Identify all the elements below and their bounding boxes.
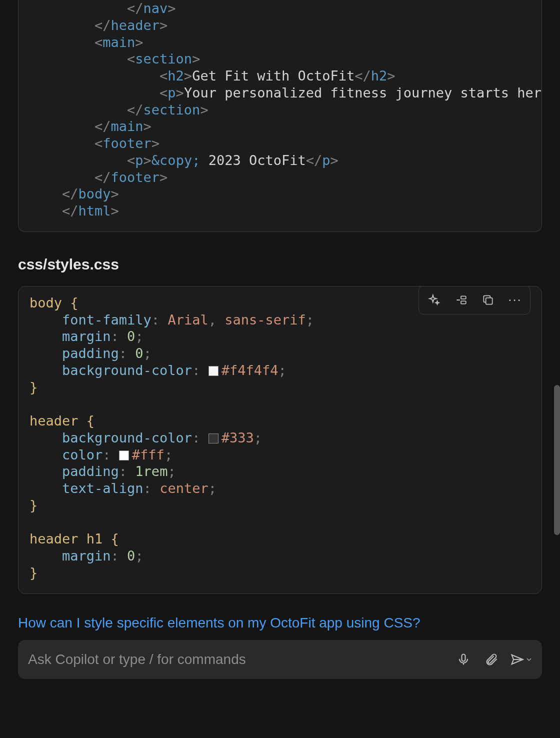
- code-css-pre: body { font-family: Arial, sans-serif; m…: [18, 286, 542, 594]
- mic-icon[interactable]: [451, 647, 476, 672]
- color-swatch: [119, 450, 129, 460]
- suggestion-link[interactable]: How can I style specific elements on my …: [18, 615, 542, 631]
- chat-input[interactable]: [25, 652, 451, 668]
- code-toolbar: ···: [418, 286, 530, 314]
- chat-input-icons: [451, 647, 536, 672]
- sparkle-icon[interactable]: [423, 289, 445, 311]
- insert-at-cursor-icon[interactable]: [450, 289, 472, 311]
- attachment-icon[interactable]: [479, 647, 504, 672]
- code-html-pre: </nav> </header> <main> <section> <h2>Ge…: [18, 0, 542, 232]
- chat-input-container: [18, 640, 542, 679]
- scrollbar-thumb[interactable]: [554, 385, 560, 535]
- code-block-html: </nav> </header> <main> <section> <h2>Ge…: [18, 0, 542, 232]
- svg-rect-1: [461, 301, 466, 304]
- code-block-css: ··· body { font-family: Arial, sans-seri…: [18, 286, 542, 594]
- svg-rect-2: [486, 298, 492, 304]
- more-icon[interactable]: ···: [504, 289, 526, 311]
- color-swatch: [208, 366, 218, 376]
- color-swatch: [208, 434, 218, 444]
- file-heading-css: css/styles.css: [18, 256, 542, 273]
- svg-rect-0: [461, 296, 466, 298]
- svg-rect-3: [462, 654, 466, 661]
- copy-icon[interactable]: [477, 289, 499, 311]
- send-button[interactable]: [507, 652, 536, 666]
